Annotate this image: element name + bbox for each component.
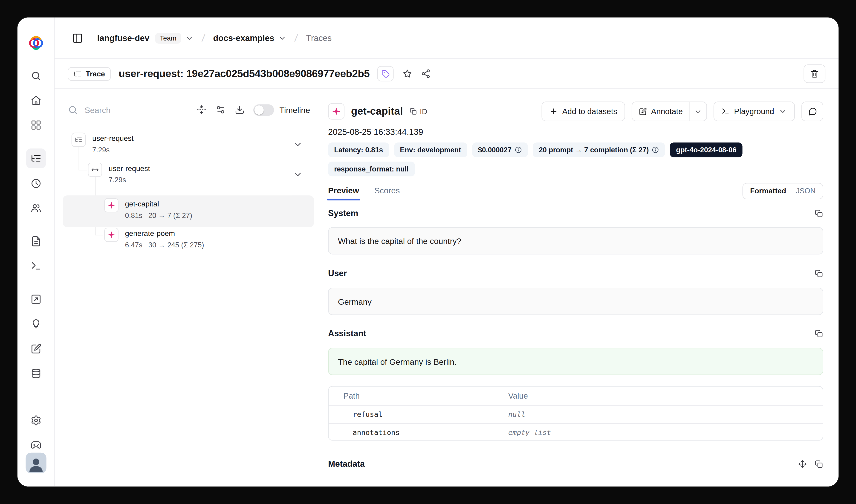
annotate-dropdown-button[interactable] xyxy=(690,102,706,121)
tab-preview[interactable]: Preview xyxy=(328,182,359,200)
chevron-down-icon[interactable] xyxy=(293,139,303,149)
info-icon[interactable] xyxy=(515,146,522,154)
move-icon xyxy=(798,460,807,469)
tab-preview-label: Preview xyxy=(328,186,359,195)
move-metadata-button[interactable] xyxy=(798,460,807,469)
table-row: refusal null xyxy=(328,405,823,423)
system-message-text: What is the capital of the country? xyxy=(338,236,461,245)
user-message-text: Germany xyxy=(338,296,372,306)
format-formatted[interactable]: Formatted xyxy=(745,183,791,199)
add-to-datasets-button[interactable]: Add to datasets xyxy=(541,102,625,121)
user-avatar[interactable] xyxy=(26,453,47,473)
langfuse-logo[interactable] xyxy=(28,34,44,50)
tracing-icon[interactable] xyxy=(26,148,46,168)
app-window: langfuse-dev Team / docs-examples / Trac… xyxy=(17,17,839,487)
annotate-label: Annotate xyxy=(651,107,683,116)
observation-tree-panel: Timeline user-request 7.29s u xyxy=(55,89,319,487)
comments-button[interactable] xyxy=(801,102,823,121)
chevron-down-icon[interactable] xyxy=(293,169,303,180)
model-badge[interactable]: gpt-4o-2024-08-06 xyxy=(670,142,742,157)
sidebar-toggle-icon[interactable] xyxy=(72,33,83,43)
span-node-icon xyxy=(88,163,102,177)
section-title: System xyxy=(328,209,358,218)
copy-user-button[interactable] xyxy=(815,269,823,278)
share-button[interactable] xyxy=(421,69,431,79)
copy-metadata-button[interactable] xyxy=(815,460,823,469)
user-message-box: Germany xyxy=(328,288,823,315)
playground-icon[interactable] xyxy=(26,256,46,276)
trace-header-bar: Trace user-request: 19e27ac025d543b008e9… xyxy=(55,59,839,89)
settings-gear-icon[interactable] xyxy=(26,411,46,430)
timeline-toggle[interactable] xyxy=(253,104,274,115)
assistant-section-header: Assistant xyxy=(328,327,823,340)
prompts-icon[interactable] xyxy=(26,232,46,251)
observation-timestamp: 2025-08-25 16:33:44.139 xyxy=(328,127,423,137)
annotation-icon[interactable] xyxy=(26,339,46,359)
usage-badge: 20 prompt → 7 completion (Σ 27) xyxy=(533,142,665,157)
collapse-all-button[interactable] xyxy=(197,105,207,115)
pen-square-icon xyxy=(639,107,647,115)
download-button[interactable] xyxy=(235,105,245,115)
node-duration: 0.81s xyxy=(125,210,142,221)
format-json[interactable]: JSON xyxy=(791,183,821,199)
tree-item-get-capital[interactable]: get-capital 0.81s 20 → 7 (Σ 27) xyxy=(63,195,314,227)
info-icon[interactable] xyxy=(652,146,659,154)
chevron-down-icon xyxy=(779,107,787,116)
chevron-down-icon[interactable] xyxy=(185,34,194,42)
insights-icon[interactable] xyxy=(26,314,46,334)
annotate-button[interactable]: Annotate xyxy=(632,102,689,121)
copy-system-button[interactable] xyxy=(815,209,823,218)
fold-vertical-icon xyxy=(197,105,207,115)
sessions-icon[interactable] xyxy=(26,174,46,193)
breadcrumb-separator: / xyxy=(294,32,299,44)
format-toggle: Formatted JSON xyxy=(742,183,823,199)
sliders-icon xyxy=(216,105,226,115)
node-tokens: 30 → 245 (Σ 275) xyxy=(148,239,204,251)
row-path: annotations xyxy=(353,428,400,436)
breadcrumb-traces[interactable]: Traces xyxy=(306,33,332,43)
datasets-icon[interactable] xyxy=(26,364,46,383)
tree-item-user-request-span[interactable]: user-request 7.29s xyxy=(88,163,306,193)
tree-item-user-request[interactable]: user-request 7.29s xyxy=(72,133,306,163)
project-name[interactable]: docs-examples xyxy=(213,33,274,43)
table-row: annotations empty list xyxy=(328,423,823,441)
breadcrumb-bar: langfuse-dev Team / docs-examples / Trac… xyxy=(55,17,839,59)
tree-item-generate-poem[interactable]: generate-poem 6.47s 30 → 245 (Σ 275) xyxy=(63,225,314,257)
copy-id-button[interactable]: ID xyxy=(409,107,427,115)
search-icon[interactable] xyxy=(26,66,46,86)
add-to-datasets-label: Add to datasets xyxy=(562,107,617,116)
dashboards-icon[interactable] xyxy=(26,115,46,135)
system-message-box: What is the capital of the country? xyxy=(328,227,823,254)
terminal-icon xyxy=(721,107,730,116)
toggle-knob xyxy=(254,105,264,114)
cost-badge: $0.000027 xyxy=(472,142,528,157)
active-tab-underline xyxy=(327,199,360,200)
share-icon xyxy=(421,69,431,79)
delete-trace-button[interactable] xyxy=(804,65,825,83)
tab-scores-label: Scores xyxy=(374,186,400,195)
support-icon[interactable] xyxy=(26,435,46,455)
chevron-down-icon xyxy=(694,107,702,115)
trace-node-icon xyxy=(72,133,86,147)
response-format-badge: response_format: null xyxy=(328,162,415,176)
node-label: generate-poem xyxy=(125,228,204,239)
node-duration: 7.29s xyxy=(109,174,126,186)
copy-assistant-button[interactable] xyxy=(815,329,823,338)
node-duration: 7.29s xyxy=(92,144,109,156)
tag-button[interactable] xyxy=(377,66,394,81)
chevron-down-icon[interactable] xyxy=(278,34,287,42)
evaluators-icon[interactable] xyxy=(26,289,46,309)
row-path: refusal xyxy=(353,410,383,419)
playground-label: Playground xyxy=(734,107,774,116)
cost-value: $0.000027 xyxy=(478,146,512,154)
org-name[interactable]: langfuse-dev xyxy=(97,33,149,43)
env-badge: Env: development xyxy=(394,142,467,157)
bookmark-star-button[interactable] xyxy=(403,69,412,79)
users-icon[interactable] xyxy=(26,198,46,218)
tab-scores[interactable]: Scores xyxy=(374,182,400,200)
generation-icon xyxy=(328,103,344,120)
tree-settings-button[interactable] xyxy=(216,105,226,115)
playground-button[interactable]: Playground xyxy=(713,102,795,121)
search-input[interactable] xyxy=(85,105,187,114)
home-icon[interactable] xyxy=(26,91,46,110)
